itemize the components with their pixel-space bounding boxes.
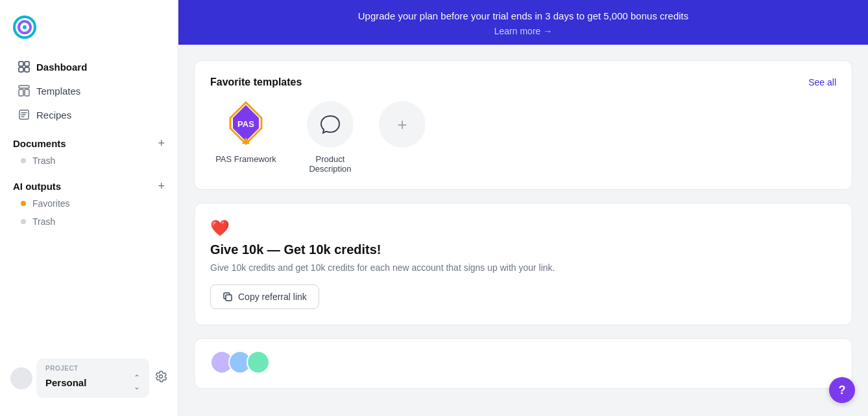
add-ai-output-button[interactable]: + xyxy=(158,180,165,192)
invite-card xyxy=(194,338,852,389)
banner-text: Upgrade your plan before your trial ends… xyxy=(194,10,852,21)
templates-icon xyxy=(18,85,30,97)
svg-rect-4 xyxy=(25,62,29,66)
template-item-pas[interactable]: PAS PAS Framework xyxy=(210,101,282,164)
ai-outputs-section-header: AI outputs + xyxy=(0,175,178,194)
banner-learn-more-link[interactable]: Learn more → xyxy=(494,26,552,36)
favorites-label: Favorites xyxy=(32,198,70,209)
svg-rect-9 xyxy=(25,89,29,96)
sidebar-item-templates[interactable]: Templates xyxy=(5,79,173,102)
svg-rect-15 xyxy=(226,295,232,301)
svg-rect-5 xyxy=(19,67,23,72)
favorite-templates-card: Favorite templates See all xyxy=(194,60,852,190)
product-desc-template-name: Product Description xyxy=(295,154,366,174)
ai-outputs-label[interactable]: AI outputs xyxy=(13,181,61,192)
ai-trash-label: Trash xyxy=(32,216,55,227)
see-all-link[interactable]: See all xyxy=(808,77,836,87)
logo[interactable] xyxy=(0,10,178,54)
referral-description: Give 10k credits and get 10k credits for… xyxy=(210,262,836,273)
main-content: Upgrade your plan before your trial ends… xyxy=(178,0,868,416)
svg-text:PAS: PAS xyxy=(237,119,254,129)
svg-rect-8 xyxy=(19,89,23,96)
sidebar-item-ai-trash[interactable]: Trash xyxy=(0,213,178,231)
svg-rect-7 xyxy=(19,86,29,88)
add-template-item[interactable]: + xyxy=(379,101,426,148)
sidebar-item-recipes-label: Recipes xyxy=(36,110,71,121)
copy-referral-link-button[interactable]: Copy referral link xyxy=(210,284,319,309)
chevron-icon: ⌃⌄ xyxy=(134,373,140,391)
sidebar: Dashboard Templates Recipes Documents + … xyxy=(0,0,178,416)
documents-label[interactable]: Documents xyxy=(13,138,66,149)
project-name: Personal xyxy=(45,377,86,388)
templates-grid: PAS PAS Framework Product Description xyxy=(210,101,836,174)
main-nav: Dashboard Templates Recipes xyxy=(0,54,178,127)
favorite-templates-title: Favorite templates xyxy=(210,76,302,88)
favorites-dot xyxy=(21,201,26,206)
copy-icon xyxy=(223,292,233,302)
recipes-icon xyxy=(18,109,30,121)
referral-card: ❤️ Give 10k — Get 10k credits! Give 10k … xyxy=(194,203,852,325)
svg-rect-3 xyxy=(19,62,23,66)
sidebar-item-documents-trash[interactable]: Trash xyxy=(0,152,178,170)
svg-rect-6 xyxy=(25,67,29,72)
product-desc-icon-wrapper xyxy=(307,101,354,148)
sidebar-item-recipes[interactable]: Recipes xyxy=(5,103,173,126)
user-avatar[interactable] xyxy=(10,367,32,389)
documents-section-header: Documents + xyxy=(0,132,178,152)
referral-title: Give 10k — Get 10k credits! xyxy=(210,242,836,257)
help-button[interactable]: ? xyxy=(829,377,855,403)
add-document-button[interactable]: + xyxy=(158,137,165,149)
sidebar-item-dashboard[interactable]: Dashboard xyxy=(5,55,173,78)
add-template-button[interactable]: + xyxy=(379,101,426,148)
settings-button[interactable] xyxy=(154,370,167,386)
sidebar-item-dashboard-label: Dashboard xyxy=(36,62,87,73)
upgrade-banner: Upgrade your plan before your trial ends… xyxy=(178,0,868,45)
project-label: PROJECT xyxy=(45,365,140,372)
sidebar-item-templates-label: Templates xyxy=(36,86,80,97)
svg-point-2 xyxy=(23,25,27,29)
heart-icon: ❤️ xyxy=(210,219,836,237)
avatars-row xyxy=(210,351,836,374)
pas-icon-wrapper: PAS xyxy=(223,101,269,148)
dashboard-icon xyxy=(18,61,30,73)
sidebar-item-favorites[interactable]: Favorites xyxy=(0,194,178,213)
copy-referral-label: Copy referral link xyxy=(238,292,307,302)
project-selector[interactable]: PROJECT Personal ⌃⌄ xyxy=(36,358,149,398)
documents-trash-dot xyxy=(21,158,26,163)
sidebar-bottom: PROJECT Personal ⌃⌄ xyxy=(0,351,178,406)
documents-trash-label: Trash xyxy=(32,156,55,166)
content-area: Favorite templates See all xyxy=(178,45,868,416)
pas-template-name: PAS Framework xyxy=(215,154,276,164)
avatar-3 xyxy=(247,351,270,374)
ai-trash-dot xyxy=(21,219,26,224)
template-item-product-desc[interactable]: Product Description xyxy=(295,101,366,174)
card-header: Favorite templates See all xyxy=(210,76,836,88)
